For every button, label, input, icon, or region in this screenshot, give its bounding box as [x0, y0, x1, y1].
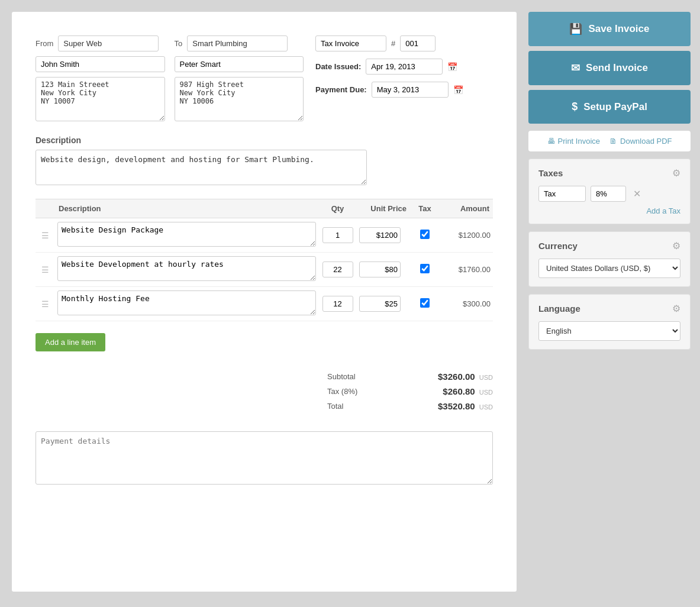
drag-handle[interactable]: ☰ — [38, 299, 53, 309]
total-value: $3520.80 USD — [438, 401, 493, 411]
language-title: Language — [538, 304, 580, 314]
sidebar: 💾 Save Invoice ✉ Send Invoice $ Setup Pa… — [528, 0, 700, 607]
item-desc-input[interactable]: Website Development at hourly rates — [57, 256, 316, 281]
qty-input[interactable] — [322, 296, 353, 312]
item-desc-input[interactable]: Monthly Hosting Fee — [57, 290, 316, 315]
currency-select[interactable]: United States Dollars (USD, $)Euros (EUR… — [538, 259, 680, 278]
price-input[interactable] — [359, 261, 401, 277]
payment-due-input[interactable] — [372, 82, 449, 98]
col-tax: Tax — [410, 199, 440, 218]
date-issued-input[interactable] — [366, 59, 443, 75]
drag-handle[interactable]: ☰ — [38, 231, 53, 240]
from-company-input[interactable] — [58, 35, 159, 51]
print-label: Print Invoice — [558, 137, 601, 146]
table-row: ☰ Website Design Package $1200.00 — [36, 218, 493, 253]
setup-paypal-button[interactable]: $ Setup PayPal — [528, 90, 691, 124]
currency-title: Currency — [538, 241, 578, 251]
taxes-section: Taxes ⚙ ✕ Add a Tax — [528, 159, 691, 224]
subtotal-label: Subtotal — [327, 372, 356, 381]
save-label: Save Invoice — [588, 23, 649, 35]
to-label-row: To — [175, 35, 304, 51]
taxes-gear-icon[interactable]: ⚙ — [672, 167, 680, 179]
print-invoice-button[interactable]: 🖶 Print Invoice — [547, 137, 601, 146]
to-company-input[interactable] — [187, 35, 288, 51]
invoice-number-row: # — [315, 35, 493, 51]
from-group: From 123 Main Streeet New York City NY 1… — [36, 35, 165, 121]
language-select[interactable]: EnglishFrenchSpanishGerman — [538, 321, 680, 341]
main-panel: From 123 Main Streeet New York City NY 1… — [0, 0, 528, 607]
qty-input[interactable] — [322, 227, 353, 243]
line-items-table: Description Qty Unit Price Tax Amount ☰ … — [36, 199, 493, 321]
tax-checkbox[interactable] — [420, 298, 430, 308]
item-desc-input[interactable]: Website Design Package — [57, 222, 316, 247]
from-label: From — [36, 39, 53, 48]
paypal-icon: $ — [572, 101, 578, 113]
save-invoice-button[interactable]: 💾 Save Invoice — [528, 12, 691, 46]
top-section: From 123 Main Streeet New York City NY 1… — [36, 35, 493, 121]
to-address-textarea[interactable]: 987 High Street New York City NY 10006 — [175, 77, 304, 121]
description-textarea[interactable]: Website design, development and hosting … — [36, 150, 367, 185]
date-issued-row: Date Issued: 📅 — [315, 59, 493, 75]
sidebar-actions: 🖶 Print Invoice 🗎 Download PDF — [528, 131, 691, 151]
amount-cell: $300.00 — [440, 287, 493, 321]
subtotal-value: $3260.00 USD — [438, 372, 493, 382]
taxes-header: Taxes ⚙ — [538, 167, 680, 179]
from-address-textarea[interactable]: 123 Main Streeet New York City NY 10007 — [36, 77, 165, 121]
taxes-title: Taxes — [538, 168, 563, 178]
calendar-due-icon[interactable]: 📅 — [453, 85, 463, 95]
hash-symbol: # — [391, 39, 395, 48]
table-row: ☰ Website Development at hourly rates $1… — [36, 253, 493, 287]
send-icon: ✉ — [571, 62, 580, 75]
remove-tax-button[interactable]: ✕ — [631, 188, 643, 199]
price-input[interactable] — [359, 296, 401, 312]
language-header: Language ⚙ — [538, 303, 680, 314]
currency-header: Currency ⚙ — [538, 240, 680, 251]
price-input[interactable] — [359, 227, 401, 243]
payment-details-textarea[interactable] — [36, 431, 493, 485]
col-unit-price: Unit Price — [357, 199, 410, 218]
drag-handle[interactable]: ☰ — [38, 265, 53, 275]
tax-total-row: Tax (8%) $260.80 USD — [327, 384, 493, 399]
tax-percent-input[interactable] — [591, 186, 626, 202]
download-label: Download PDF — [620, 137, 672, 146]
total-label: Total — [327, 402, 343, 411]
subtotal-row: Subtotal $3260.00 USD — [327, 369, 493, 384]
qty-input[interactable] — [322, 261, 353, 277]
description-section: Description Website design, development … — [36, 135, 493, 187]
language-gear-icon[interactable]: ⚙ — [672, 303, 680, 314]
print-icon: 🖶 — [547, 137, 555, 146]
send-invoice-button[interactable]: ✉ Send Invoice — [528, 51, 691, 85]
line-items-body: ☰ Website Design Package $1200.00 ☰ Webs… — [36, 218, 493, 321]
currency-gear-icon[interactable]: ⚙ — [672, 240, 680, 251]
language-section: Language ⚙ EnglishFrenchSpanishGerman — [528, 294, 691, 350]
download-icon: 🗎 — [609, 137, 617, 146]
from-to-labels-row: From 123 Main Streeet New York City NY 1… — [36, 35, 304, 121]
to-label: To — [175, 39, 183, 48]
invoice-card: From 123 Main Streeet New York City NY 1… — [12, 12, 517, 592]
totals-section: Subtotal $3260.00 USD Tax (8%) $260.80 U… — [36, 369, 493, 414]
add-tax-button[interactable]: Add a Tax — [538, 206, 680, 215]
amount-cell: $1200.00 — [440, 218, 493, 253]
col-drag — [36, 199, 55, 218]
tax-total-label: Tax (8%) — [327, 387, 357, 396]
invoice-number-input[interactable] — [400, 35, 436, 51]
add-line-button[interactable]: Add a line item — [36, 333, 105, 351]
to-name-input[interactable] — [175, 56, 304, 72]
download-pdf-button[interactable]: 🗎 Download PDF — [609, 137, 672, 146]
calendar-icon[interactable]: 📅 — [447, 62, 457, 72]
totals-table: Subtotal $3260.00 USD Tax (8%) $260.80 U… — [327, 369, 493, 414]
to-group: To 987 High Street New York City NY 1000… — [175, 35, 304, 121]
table-row: ☰ Monthly Hosting Fee $300.00 — [36, 287, 493, 321]
send-label: Send Invoice — [586, 62, 648, 74]
tax-row: ✕ — [538, 186, 680, 202]
tax-checkbox[interactable] — [420, 230, 430, 239]
tax-name-input[interactable] — [538, 186, 586, 202]
payment-due-row: Payment Due: 📅 — [315, 82, 493, 98]
invoice-type-input[interactable] — [315, 35, 386, 51]
from-name-input[interactable] — [36, 56, 165, 72]
tax-checkbox[interactable] — [420, 264, 430, 273]
col-amount: Amount — [440, 199, 493, 218]
tax-total-value: $260.80 USD — [443, 386, 493, 396]
left-column: From 123 Main Streeet New York City NY 1… — [36, 35, 304, 121]
col-qty: Qty — [318, 199, 357, 218]
